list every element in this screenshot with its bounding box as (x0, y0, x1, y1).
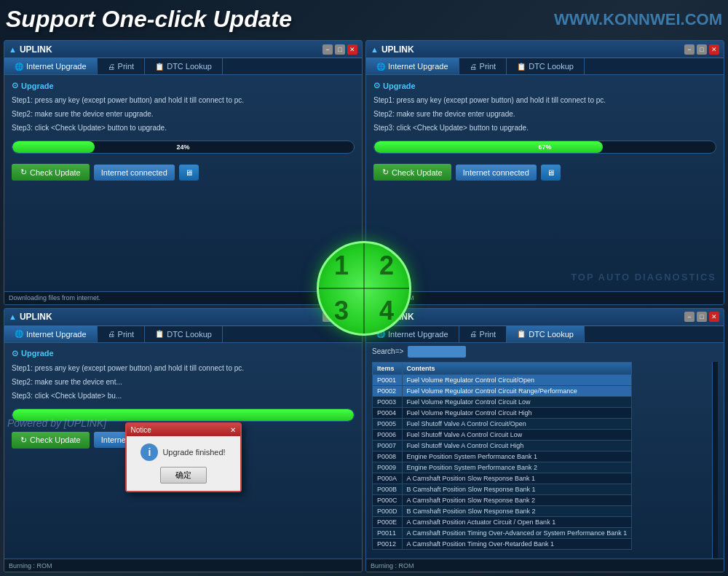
minimize-btn-q1[interactable]: − (323, 44, 333, 55)
status-text-q3: Burning : ROM (9, 562, 52, 569)
check-update-btn-q2[interactable]: ↻ Check Update (373, 164, 451, 181)
table-row[interactable]: P000DB Camshaft Position Slow Response B… (373, 505, 632, 516)
close-btn-q2[interactable]: ✕ (709, 44, 719, 55)
dtc-code: P0003 (373, 396, 403, 407)
minimize-btn-q2[interactable]: − (684, 44, 695, 55)
table-row[interactable]: P0004Fuel Volume Regulator Control Circu… (373, 407, 632, 418)
watermark-q2: TOP AUTO DIAGNOSTICS (571, 272, 716, 283)
table-row[interactable]: P0007Fuel Shutoff Valve A Control Circui… (373, 440, 632, 451)
dtc-desc: Fuel Shutoff Valve A Control Circuit Low (402, 429, 632, 440)
dtc-desc: Fuel Volume Regulator Control Circuit Ra… (402, 385, 632, 396)
dtc-desc: Engine Position System Performance Bank … (402, 451, 632, 462)
notice-close-icon[interactable]: ✕ (230, 426, 236, 434)
step1-q3: Step1: press any key (except power butto… (12, 363, 355, 374)
step2-q3: Step2: make sure the device ent... (12, 376, 355, 387)
notice-message: Upgrade finished! (162, 448, 225, 457)
statusbar-q1: Downloading files from internet. (4, 291, 362, 304)
dtc-code: P000E (373, 516, 403, 527)
notice-content: i Upgrade finished! (141, 443, 225, 461)
notice-body: i Upgrade finished! 确定 (127, 436, 240, 491)
step1-q1: Step1: press any key (except power butto… (12, 95, 355, 106)
window-title-q2: ▲ UPLINK (371, 44, 684, 55)
notice-ok-button[interactable]: 确定 (160, 467, 207, 484)
table-row[interactable]: P000AA Camshaft Position Slow Response B… (373, 473, 632, 484)
tab-internet-upgrade-q3[interactable]: 🌐 Internet Upgrade (4, 326, 98, 342)
maximize-btn-q1[interactable]: □ (335, 44, 345, 55)
table-row[interactable]: P0011A Camshaft Position Timing Over-Adv… (373, 527, 632, 538)
monitor-btn-q1[interactable]: 🖥 (179, 165, 199, 181)
dtc-code: P0006 (373, 429, 403, 440)
status-text-q1: Downloading files from internet. (9, 294, 100, 301)
tab-print-q2[interactable]: 🖨 Print (459, 58, 507, 74)
window-controls-q1: − □ ✕ (323, 44, 357, 55)
internet-connected-btn-q2[interactable]: Internet connected (456, 165, 537, 181)
titlebar-q2: ▲ UPLINK − □ ✕ (366, 41, 724, 58)
col-contents: Contents (402, 362, 632, 374)
internet-connected-btn-q1[interactable]: Internet connected (94, 165, 175, 181)
scrollbar-q4[interactable] (712, 362, 718, 569)
table-row[interactable]: P0005Fuel Shutoff Valve A Control Circui… (373, 418, 632, 429)
circle-divider-horizontal (319, 288, 409, 289)
tab-dtc-q2[interactable]: 📋 DTC Lookup (507, 58, 585, 74)
tab-print-q3[interactable]: 🖨 Print (98, 326, 146, 342)
table-row[interactable]: P0012A Camshaft Position Timing Over-Ret… (373, 538, 632, 549)
window-title-q4: ▲ UPLINK (371, 312, 684, 322)
internet-icon-q1: 🌐 (15, 63, 23, 71)
upgrade-title-q2: ⊙ Upgrade (373, 81, 716, 90)
maximize-btn-q4[interactable]: □ (697, 312, 707, 322)
check-update-btn-q1[interactable]: ↻ Check Update (12, 164, 90, 181)
notice-titlebar: Notice ✕ (127, 424, 240, 436)
tab-dtc-q1[interactable]: 📋 DTC Lookup (145, 58, 223, 74)
print-icon-q3: 🖨 (108, 330, 115, 338)
table-row[interactable]: P0002Fuel Volume Regulator Control Circu… (373, 385, 632, 396)
table-row[interactable]: P000CA Camshaft Position Slow Response B… (373, 494, 632, 505)
window-title-q3: ▲ UPLINK (9, 312, 323, 322)
table-row[interactable]: P0006Fuel Shutoff Valve A Control Circui… (373, 429, 632, 440)
table-row[interactable]: P0001Fuel Volume Regulator Control Circu… (373, 374, 632, 385)
dtc-icon-q4: 📋 (517, 330, 526, 338)
monitor-btn-q2[interactable]: 🖥 (541, 165, 561, 181)
print-icon-q2: 🖨 (470, 63, 477, 71)
notice-info-icon: i (141, 443, 158, 461)
dtc-desc: Engine Position System Performance Bank … (402, 462, 632, 473)
maximize-btn-q2[interactable]: □ (697, 44, 707, 55)
search-input-q4[interactable] (408, 346, 466, 358)
minimize-btn-q4[interactable]: − (684, 312, 695, 322)
dtc-desc: A Camshaft Position Timing Over-Retarded… (402, 538, 632, 549)
table-row[interactable]: P000BB Camshaft Position Slow Response B… (373, 484, 632, 494)
tab-print-q4[interactable]: 🖨 Print (459, 326, 507, 342)
table-row[interactable]: P000EA Camshaft Position Actuator Circui… (373, 516, 632, 527)
dtc-desc: Fuel Volume Regulator Control Circuit Lo… (402, 396, 632, 407)
tab-internet-upgrade-q2[interactable]: 🌐 Internet Upgrade (366, 58, 459, 74)
dtc-content-q4: Search=> Items Contents P0001Fuel Volume… (366, 343, 724, 572)
content-q3: ⊙ Upgrade Step1: press any key (except p… (4, 343, 362, 572)
dtc-code: P0007 (373, 440, 403, 451)
tab-print-q1[interactable]: 🖨 Print (98, 58, 146, 74)
dtc-desc: A Camshaft Position Timing Over-Advanced… (402, 527, 632, 538)
dtc-desc: Fuel Shutoff Valve A Control Circuit/Ope… (402, 418, 632, 429)
step2-q2: Step2: make sure the device enter upgrad… (373, 109, 716, 119)
tab-internet-upgrade-q1[interactable]: 🌐 Internet Upgrade (4, 58, 98, 74)
content-q1: ⊙ Upgrade Step1: press any key (except p… (4, 75, 362, 304)
dtc-code: P0005 (373, 418, 403, 429)
close-btn-q4[interactable]: ✕ (709, 312, 719, 322)
powered-by-label: Powered by [UPLINK] (7, 417, 106, 429)
tab-dtc-q3[interactable]: 📋 DTC Lookup (145, 326, 223, 342)
check-update-btn-q3[interactable]: ↻ Check Update (12, 432, 90, 449)
dtc-code: P0009 (373, 462, 403, 473)
dtc-code: P0004 (373, 407, 403, 418)
table-row[interactable]: P0008Engine Position System Performance … (373, 451, 632, 462)
step3-q1: Step3: click <Check Update> button to up… (12, 122, 355, 133)
tab-dtc-q4[interactable]: 📋 DTC Lookup (507, 326, 585, 342)
window-q1: ▲ UPLINK − □ ✕ 🌐 Internet Upgrade 🖨 Prin… (4, 40, 363, 305)
statusbar-q3: Burning : ROM (4, 559, 362, 572)
dtc-desc: Fuel Volume Regulator Control Circuit Hi… (402, 407, 632, 418)
table-row[interactable]: P0009Engine Position System Performance … (373, 462, 632, 473)
close-btn-q1[interactable]: ✕ (347, 44, 357, 55)
uplink-icon-q1: ▲ (9, 45, 17, 54)
progress-bar-q1: 24% (12, 141, 355, 154)
tabs-q1: 🌐 Internet Upgrade 🖨 Print 📋 DTC Lookup (4, 58, 362, 75)
buttons-q1: ↻ Check Update Internet connected 🖥 (12, 164, 355, 181)
buttons-q2: ↻ Check Update Internet connected 🖥 (373, 164, 716, 181)
table-row[interactable]: P0003Fuel Volume Regulator Control Circu… (373, 396, 632, 407)
